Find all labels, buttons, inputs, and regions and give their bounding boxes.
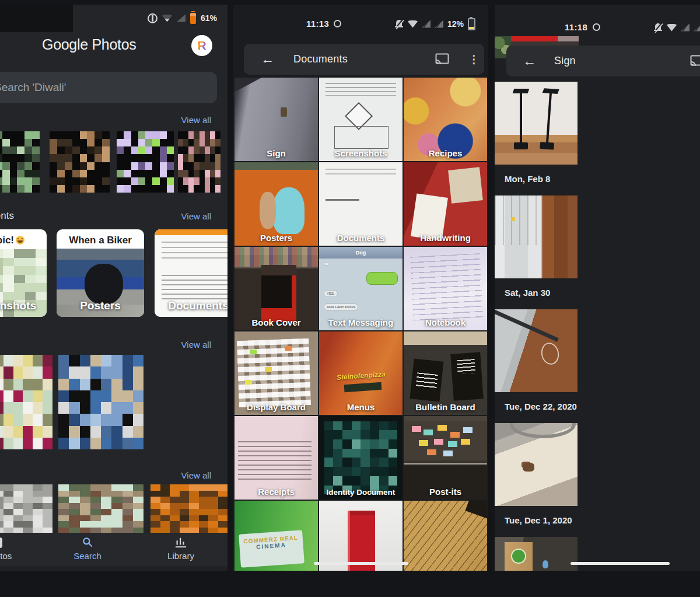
notifications-muted-icon (394, 19, 404, 29)
nav-item-search[interactable]: Search (67, 536, 108, 561)
app-bar: ← Documents ⋮ (244, 44, 484, 75)
photo-thumbnail[interactable] (58, 484, 144, 533)
privacy-indicator-icon (148, 13, 158, 23)
google-photos-search-screen: 61% Google Photos R Search 'Diwali' View… (0, 5, 228, 571)
nav-item-library[interactable]: Library (160, 536, 201, 561)
gesture-bar[interactable] (570, 562, 670, 565)
person-thumbnail[interactable] (178, 131, 220, 193)
photo-thumbnail[interactable] (0, 355, 52, 449)
category-grid: SignScreenshotsRecipesPostersDocumentsHa… (235, 78, 487, 571)
cast-button[interactable] (435, 53, 449, 65)
sim1-signal-off-icon (681, 24, 690, 32)
photo-thumbnail[interactable] (150, 484, 228, 533)
search-input[interactable]: Search 'Diwali' (0, 72, 217, 103)
category-tile-display-board[interactable]: Display Board (235, 331, 318, 415)
tile-label: Book Cover (235, 317, 318, 327)
back-button[interactable]: ← (261, 53, 274, 66)
photo-thumbnail-graffiti[interactable] (495, 309, 578, 392)
tile-label: Sign (235, 148, 318, 158)
photo-thumbnail[interactable] (0, 484, 52, 533)
tile-label: Text Messaging (319, 317, 402, 327)
tile-label: Identity Document (319, 488, 402, 497)
cast-button[interactable] (690, 55, 700, 67)
tile-label: Display Board (235, 402, 318, 412)
tile-label: Notebook (404, 317, 487, 327)
sign-category-screen: 11:18 ← Sign Mon, Feb 8Sat, Jan 30Tue, D… (495, 5, 700, 571)
sms-bubble (324, 262, 330, 266)
category-tile-recipes[interactable]: Recipes (404, 78, 487, 161)
date-header: Tue, Dec 22, 2020 (505, 402, 577, 411)
wifi-icon (667, 24, 677, 32)
person-thumbnail[interactable] (0, 131, 40, 193)
scrolled-photo-fragment (558, 36, 579, 41)
account-avatar[interactable]: R (191, 35, 212, 56)
card-accent-band (155, 229, 228, 235)
photo-thumbnail[interactable] (58, 355, 144, 449)
photo-thumbnail-advent[interactable] (495, 537, 578, 571)
overflow-menu-button[interactable]: ⋮ (468, 53, 480, 66)
status-bar-middle: 11:13 12% (233, 18, 488, 30)
card-label: Screenshots (0, 299, 47, 312)
view-all-documents-link[interactable]: View all (181, 211, 211, 221)
category-tile-book-cover[interactable]: Book Cover (235, 247, 318, 330)
category-tile-post-its[interactable]: Post-its (404, 416, 487, 500)
view-all-link[interactable]: View all (181, 340, 211, 350)
clock-time: 11:13 (306, 19, 329, 29)
tile-label: Bulletin Board (404, 402, 487, 412)
alarm-icon (334, 20, 341, 27)
card-label: Documents (155, 299, 228, 312)
back-button[interactable]: ← (523, 54, 536, 68)
category-tile-text-messaging[interactable]: Dog YES. AND LADY DOGSText Messaging (319, 247, 402, 330)
status-bar-right: 11:18 (495, 21, 700, 34)
category-card-documents[interactable]: Documents (155, 229, 228, 317)
category-tile-bulletin-board[interactable]: Bulletin Board (404, 331, 487, 415)
category-tile-menus[interactable]: SteinofenpizzaMenus (319, 331, 402, 415)
category-tile-handwriting[interactable]: Handwriting (404, 162, 487, 246)
tile-label: Documents (319, 233, 402, 243)
category-tile[interactable] (404, 501, 487, 571)
photo-thumbnail-sink[interactable] (495, 423, 578, 506)
library-icon (174, 536, 187, 548)
search-placeholder: Search 'Diwali' (0, 81, 66, 94)
laughing-emoji-icon (16, 236, 24, 245)
category-tile-identity-document[interactable]: Identity Document (319, 416, 402, 500)
bottom-nav: Photos Search Library (0, 533, 228, 566)
gesture-bar[interactable] (314, 562, 408, 565)
category-card-screenshots[interactable]: Epic! Screenshots (0, 229, 47, 317)
person-thumbnail[interactable] (50, 131, 110, 193)
nav-item-photos[interactable]: Photos (0, 536, 19, 561)
clock-time: 11:18 (565, 22, 587, 32)
app-title: Google Photos (42, 36, 136, 53)
category-tile[interactable]: COMMERZ REALCINEMA (235, 501, 318, 571)
person-thumbnail[interactable] (117, 131, 174, 193)
view-all-link[interactable]: View all (181, 470, 211, 480)
category-tile-receipts[interactable]: Receipts (235, 416, 318, 500)
screen-corner-shadow (0, 5, 73, 32)
category-tile-sign[interactable]: Sign (235, 78, 318, 161)
card-title: Epic! (0, 235, 14, 246)
card-title: When a Biker (57, 235, 144, 246)
avatar-letter: R (197, 39, 206, 53)
view-all-people-link[interactable]: View all (181, 115, 211, 125)
category-card-posters[interactable]: When a Biker Posters (57, 229, 144, 317)
category-tile-notebook[interactable]: Notebook (404, 247, 487, 330)
cell-signal-icon (177, 15, 186, 22)
category-tile-screenshots[interactable]: Screenshots (319, 78, 402, 161)
category-tile-posters[interactable]: Posters (235, 162, 318, 246)
date-header: Tue, Dec 1, 2020 (505, 515, 572, 525)
category-tile[interactable] (319, 501, 402, 571)
sms-title: Dog (319, 247, 402, 259)
photos-pinwheel-icon (0, 537, 2, 548)
battery-percent: 61% (201, 13, 217, 23)
sms-bubble: AND LADY DOGS (324, 303, 358, 310)
sms-bubble: YES. (324, 290, 338, 297)
category-tile-documents[interactable]: Documents (319, 162, 402, 246)
photo-thumbnail-snow[interactable] (495, 195, 578, 278)
card-label: Posters (57, 299, 144, 312)
date-header: Mon, Feb 8 (505, 174, 550, 184)
search-icon (82, 536, 93, 548)
date-header: Sat, Jan 30 (505, 288, 550, 298)
app-bar: ← Sign (506, 46, 700, 76)
photo-thumbnail-stands[interactable] (495, 82, 578, 165)
menu-sign-text: Steinofenpizza (322, 369, 399, 382)
